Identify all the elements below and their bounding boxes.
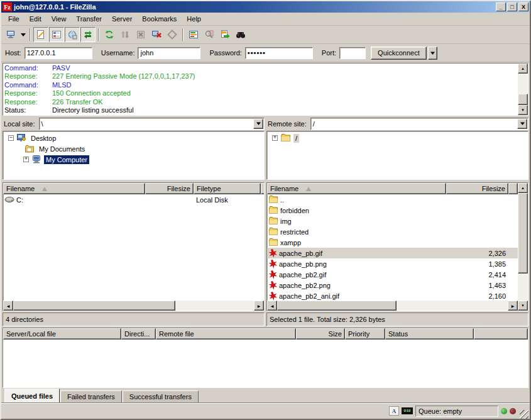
reconnect-button[interactable]	[165, 27, 180, 42]
menu-edit[interactable]: Edit	[25, 13, 47, 25]
remote-site-combo[interactable]: /	[310, 118, 528, 130]
local-site-dropdown-button[interactable]	[253, 119, 263, 129]
scroll-up-button[interactable]: ▲	[518, 64, 528, 74]
filezilla-window: Fz john@127.0.0.1 - FileZilla _ □ X File…	[0, 0, 531, 420]
file-row-c-drive[interactable]: C: Local Disk	[3, 194, 264, 205]
file-row[interactable]: restricted	[267, 226, 518, 237]
file-row[interactable]: ..	[267, 194, 518, 205]
scroll-down-button[interactable]: ▼	[518, 301, 528, 311]
chevron-down-icon	[430, 51, 435, 55]
menu-bookmarks[interactable]: Bookmarks	[137, 13, 182, 25]
scroll-up-button[interactable]: ▲	[518, 183, 528, 193]
tab-successful-transfers[interactable]: Successful transfers	[123, 390, 199, 402]
queue-status-field: Queue: empty	[415, 406, 498, 417]
scrollbar-thumb[interactable]	[277, 301, 397, 311]
expand-icon[interactable]: +	[272, 135, 278, 141]
file-row[interactable]: apache_pb.png1,385	[267, 258, 518, 269]
file-row[interactable]: apache_pb2.gif2,414	[267, 269, 518, 280]
file-row[interactable]: forbidden	[267, 205, 518, 216]
process-queue-icon	[120, 30, 130, 40]
maximize-button[interactable]: □	[507, 3, 517, 11]
menu-server[interactable]: Server	[107, 13, 137, 25]
scrollbar-thumb[interactable]	[518, 193, 528, 274]
tree-item-desktop[interactable]: − Desktop	[3, 133, 264, 143]
remote-vertical-scrollbar[interactable]: ▲ ▼	[518, 183, 528, 311]
quickconnect-dropdown-button[interactable]	[428, 47, 437, 60]
window-title: john@127.0.0.1 - FileZilla	[14, 3, 494, 11]
column-header-priority[interactable]: Priority	[345, 328, 385, 340]
menu-file[interactable]: File	[3, 13, 25, 25]
queue-header: Server/Local file Directi... Remote file…	[3, 328, 528, 340]
menu-transfer[interactable]: Transfer	[71, 13, 107, 25]
file-row[interactable]: apache_pb2.png1,463	[267, 280, 518, 290]
column-header-filesize[interactable]: Filesize	[446, 183, 508, 194]
synchronized-browsing-button[interactable]	[217, 27, 233, 42]
log-line: Status:Directory listing successful	[4, 106, 517, 114]
toggle-remote-tree-button[interactable]	[65, 27, 80, 42]
tab-failed-transfers[interactable]: Failed transfers	[60, 390, 122, 402]
column-header-filename[interactable]: Filename	[3, 183, 145, 194]
toggle-message-log-button[interactable]	[33, 27, 48, 42]
cancel-operation-button[interactable]	[133, 27, 148, 42]
expand-icon[interactable]: +	[23, 157, 29, 162]
local-site-combo[interactable]: \	[39, 118, 265, 130]
file-row[interactable]: apache_pb.gif2,326	[267, 248, 518, 258]
refresh-icon	[104, 30, 114, 40]
menu-help[interactable]: Help	[182, 13, 206, 25]
tree-item-my-computer[interactable]: + My Computer	[3, 154, 264, 165]
password-input[interactable]	[245, 47, 313, 59]
scrollbar-thumb[interactable]	[13, 301, 175, 311]
tree-item-my-documents[interactable]: My Documents	[3, 143, 264, 154]
local-horizontal-scrollbar[interactable]: ◀ ▶	[3, 301, 264, 311]
column-header-remote-file[interactable]: Remote file	[156, 328, 296, 340]
remote-pane: Remote site: / +	[266, 117, 528, 326]
column-header-server-local-file[interactable]: Server/Local file	[3, 328, 121, 340]
file-row[interactable]: xampp	[267, 237, 518, 248]
site-manager-button[interactable]	[3, 27, 18, 42]
scroll-left-button[interactable]: ◀	[3, 301, 13, 311]
find-files-button[interactable]	[233, 27, 248, 42]
column-header-direction[interactable]: Directi...	[121, 328, 156, 340]
toggle-local-tree-button[interactable]	[49, 27, 64, 42]
remote-site-dropdown-button[interactable]	[517, 119, 527, 129]
toggle-queue-button[interactable]	[80, 27, 96, 42]
column-header-filetype[interactable]: Filetype	[194, 183, 261, 194]
username-input[interactable]	[138, 47, 200, 59]
host-input[interactable]	[25, 47, 92, 59]
close-button[interactable]: X	[518, 3, 528, 11]
minimize-button[interactable]: _	[496, 3, 506, 11]
folder-icon	[280, 134, 291, 142]
tab-queued-files[interactable]: Queued files	[4, 389, 60, 402]
scrollbar-thumb[interactable]	[518, 94, 528, 105]
chevron-down-icon	[21, 32, 26, 37]
menu-view[interactable]: View	[47, 13, 72, 25]
scroll-down-button[interactable]: ▼	[518, 105, 528, 115]
directory-comparison-button[interactable]	[202, 27, 217, 42]
chevron-down-icon	[256, 121, 261, 126]
column-header-filesize[interactable]: Filesize	[145, 183, 194, 194]
tree-item-root[interactable]: + /	[267, 133, 528, 143]
file-row[interactable]: img	[267, 216, 518, 226]
local-tree-icon	[52, 30, 62, 40]
port-input[interactable]	[339, 47, 366, 59]
remote-site-value: /	[311, 120, 517, 128]
scroll-right-button[interactable]: ▶	[254, 301, 264, 311]
quickconnect-button[interactable]: Quickconnect	[371, 47, 427, 60]
remote-horizontal-scrollbar[interactable]: ◀ ▶	[267, 301, 518, 311]
site-manager-dropdown-button[interactable]	[19, 27, 27, 42]
transfer-queue: Server/Local file Directi... Remote file…	[1, 326, 530, 402]
filter-button[interactable]	[186, 27, 201, 42]
column-header-last-modified[interactable]: L	[261, 183, 264, 194]
disconnect-button[interactable]	[149, 27, 164, 42]
column-header-status[interactable]: Status	[385, 328, 474, 340]
column-header-filename[interactable]: Filename	[267, 183, 446, 194]
scroll-right-button[interactable]: ▶	[508, 301, 518, 311]
refresh-button[interactable]	[102, 27, 117, 42]
resize-grip[interactable]	[520, 410, 528, 419]
collapse-icon[interactable]: −	[8, 135, 14, 141]
column-header-size[interactable]: Size	[296, 328, 345, 340]
scroll-left-button[interactable]: ◀	[267, 301, 277, 311]
log-vertical-scrollbar[interactable]: ▲ ▼	[518, 64, 528, 115]
file-row[interactable]: apache_pb2_ani.gif2,160	[267, 290, 518, 301]
process-queue-button[interactable]	[118, 27, 133, 42]
